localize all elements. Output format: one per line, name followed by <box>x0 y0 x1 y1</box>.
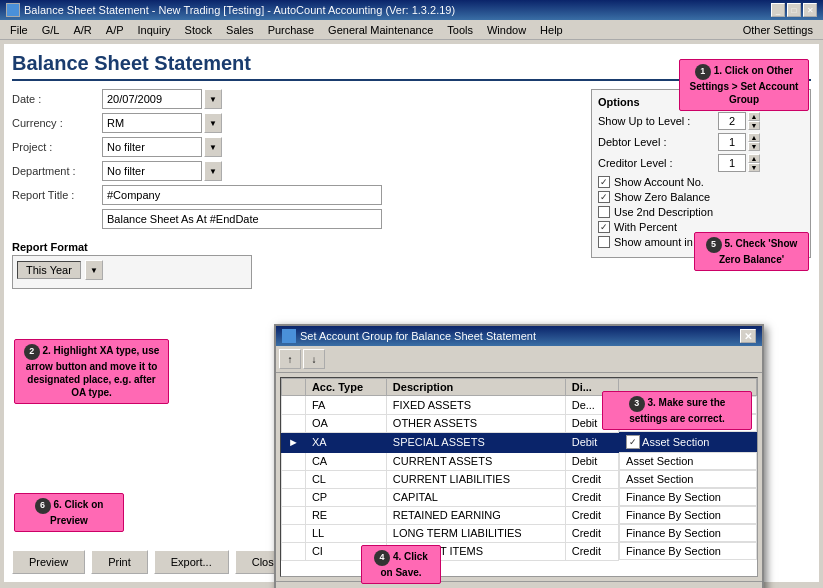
section-cell: Asset Section <box>619 470 756 488</box>
currency-dropdown[interactable]: ▼ <box>204 113 222 133</box>
menu-purchase[interactable]: Purchase <box>262 22 320 38</box>
use-2nd-desc-checkbox[interactable] <box>598 206 610 218</box>
with-percent-checkbox[interactable] <box>598 221 610 233</box>
annotation-4: 4 4. Click on Save. <box>361 545 441 584</box>
window-title: Balance Sheet Statement - New Trading [T… <box>24 4 455 16</box>
department-label: Department : <box>12 165 102 177</box>
description-cell: CAPITAL <box>386 488 565 506</box>
date-label: Date : <box>12 93 102 105</box>
table-row[interactable]: CL CURRENT LIABILITIES Credit Asset Sect… <box>282 470 757 488</box>
annotation-2: 2 2. Highlight XA type, use arrow button… <box>14 339 169 404</box>
debit-cell: Credit <box>565 542 618 560</box>
show-up-level-down[interactable]: ▼ <box>748 121 760 130</box>
show-parent-acc-checkbox[interactable] <box>598 236 610 248</box>
menu-ap[interactable]: A/P <box>100 22 130 38</box>
menu-stock[interactable]: Stock <box>179 22 219 38</box>
menu-gl[interactable]: G/L <box>36 22 66 38</box>
debtor-level-value: 1 <box>718 133 746 151</box>
row-indicator <box>282 396 306 415</box>
row-indicator <box>282 470 306 488</box>
preview-button[interactable]: Preview <box>12 550 85 574</box>
app-icon <box>6 3 20 17</box>
close-window-button[interactable]: ✕ <box>803 3 817 17</box>
show-up-level-up[interactable]: ▲ <box>748 112 760 121</box>
acc-type-cell: FA <box>305 396 386 415</box>
debtor-level-up[interactable]: ▲ <box>748 133 760 142</box>
show-zero-balance-label: Show Zero Balance <box>614 191 710 203</box>
show-up-level-label: Show Up to Level : <box>598 115 718 127</box>
report-title-input[interactable] <box>102 185 382 205</box>
move-down-button[interactable]: ↓ <box>303 349 325 369</box>
move-up-button[interactable]: ↑ <box>279 349 301 369</box>
annotation-6: 6 6. Click on Preview <box>14 493 124 532</box>
dialog-icon <box>282 329 296 343</box>
creditor-level-down[interactable]: ▼ <box>748 163 760 172</box>
this-year-item[interactable]: This Year <box>17 261 81 279</box>
table-row[interactable]: RE RETAINED EARNING Credit Finance By Se… <box>282 506 757 524</box>
menu-ar[interactable]: A/R <box>67 22 97 38</box>
project-dropdown[interactable]: ▼ <box>204 137 222 157</box>
maximize-button[interactable]: □ <box>787 3 801 17</box>
section-cell: ✓ Asset Section <box>619 432 756 452</box>
menu-inquiry[interactable]: Inquiry <box>132 22 177 38</box>
use-2nd-desc-row: Use 2nd Description <box>598 206 804 218</box>
creditor-level-value: 1 <box>718 154 746 172</box>
table-row[interactable]: LL LONG TERM LIABILITIES Credit Finance … <box>282 524 757 542</box>
menu-general-maintenance[interactable]: General Maintenance <box>322 22 439 38</box>
row-indicator: ► <box>282 432 306 452</box>
acc-type-cell: LL <box>305 524 386 542</box>
debit-cell: Credit <box>565 488 618 506</box>
menu-sales[interactable]: Sales <box>220 22 260 38</box>
acc-type-cell: XA <box>305 432 386 452</box>
row-indicator <box>282 542 306 560</box>
show-account-no-checkbox[interactable] <box>598 176 610 188</box>
date-dropdown[interactable]: ▼ <box>204 89 222 109</box>
table-row[interactable]: CA CURRENT ASSETS Debit Asset Section <box>282 452 757 470</box>
minimize-button[interactable]: _ <box>771 3 785 17</box>
description-cell: RETAINED EARNING <box>386 506 565 524</box>
show-up-level-value: 2 <box>718 112 746 130</box>
creditor-level-label: Creditor Level : <box>598 157 718 169</box>
export-button[interactable]: Export... <box>154 550 229 574</box>
table-row[interactable]: CP CAPITAL Credit Finance By Section <box>282 488 757 506</box>
col-description: Description <box>386 379 565 396</box>
creditor-level-up[interactable]: ▲ <box>748 154 760 163</box>
show-zero-balance-row: Show Zero Balance <box>598 191 804 203</box>
currency-input[interactable] <box>102 113 202 133</box>
dialog-close-button[interactable]: ✕ <box>740 329 756 343</box>
table-row[interactable]: CI CURRENT ITEMS Credit Finance By Secti… <box>282 542 757 560</box>
department-dropdown[interactable]: ▼ <box>204 161 222 181</box>
debit-cell: Debit <box>565 452 618 470</box>
menu-help[interactable]: Help <box>534 22 569 38</box>
row-indicator <box>282 414 306 432</box>
dialog-buttons: Save Cancel <box>276 581 762 588</box>
row-indicator <box>282 488 306 506</box>
report-title-label: Report Title : <box>12 189 102 201</box>
show-account-no-row: Show Account No. <box>598 176 804 188</box>
menu-other-settings[interactable]: Other Settings <box>737 22 819 38</box>
show-zero-balance-checkbox[interactable] <box>598 191 610 203</box>
table-row[interactable]: ► XA SPECIAL ASSETS Debit ✓ Asset Sectio… <box>282 432 757 452</box>
project-input[interactable] <box>102 137 202 157</box>
date-input[interactable] <box>102 89 202 109</box>
debit-cell: Debit <box>565 432 618 452</box>
annotation-1: 1 1. Click on Other Settings > Set Accou… <box>679 59 809 111</box>
format-dropdown[interactable]: ▼ <box>85 260 103 280</box>
menu-file[interactable]: File <box>4 22 34 38</box>
print-button[interactable]: Print <box>91 550 148 574</box>
debit-cell: Credit <box>565 470 618 488</box>
description-cell: OTHER ASSETS <box>386 414 565 432</box>
use-2nd-desc-label: Use 2nd Description <box>614 206 713 218</box>
menu-window[interactable]: Window <box>481 22 532 38</box>
menu-tools[interactable]: Tools <box>441 22 479 38</box>
debtor-level-down[interactable]: ▼ <box>748 142 760 151</box>
section-cell: Finance By Section <box>619 506 756 524</box>
window-controls[interactable]: _ □ ✕ <box>771 3 817 17</box>
row-indicator <box>282 524 306 542</box>
debit-cell: Credit <box>565 506 618 524</box>
debtor-level-label: Debtor Level : <box>598 136 718 148</box>
report-format-label: Report Format <box>12 241 571 253</box>
department-input[interactable] <box>102 161 202 181</box>
description-cell: FIXED ASSETS <box>386 396 565 415</box>
report-subtitle-input[interactable] <box>102 209 382 229</box>
